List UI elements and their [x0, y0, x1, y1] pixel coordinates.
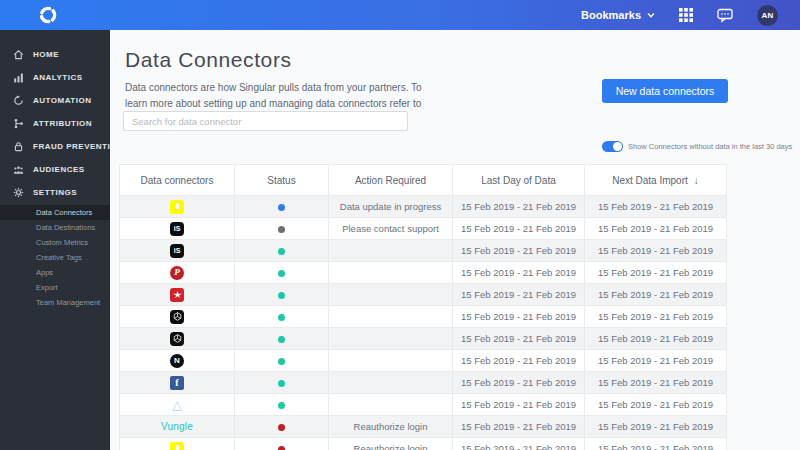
connector-logo-cell: N	[120, 350, 235, 372]
connector-logo-cell: iS	[120, 218, 235, 240]
column-header-last-day-of-data[interactable]: Last Day of Data	[453, 165, 585, 196]
sidebar-subitem-creative-tags[interactable]: Creative Tags	[0, 250, 110, 265]
status-cell	[235, 240, 329, 262]
sidebar-item-fraud-prevention[interactable]: FRAUD PREVENTION	[0, 135, 110, 158]
sidebar-item-automation[interactable]: AUTOMATION	[0, 89, 110, 112]
sidebar-item-attribution[interactable]: ATTRIBUTION	[0, 112, 110, 135]
chat-icon[interactable]	[717, 8, 733, 23]
connectors-table: Data connectorsStatusAction RequiredLast…	[119, 164, 726, 450]
action-required-cell	[329, 262, 453, 284]
action-required-cell	[329, 328, 453, 350]
bookmarks-menu[interactable]: Bookmarks	[581, 9, 655, 21]
connector-row-vungle[interactable]: VungleReauthorize login15 Feb 2019 - 21 …	[120, 416, 727, 438]
sidebar-subitem-export[interactable]: Export	[0, 280, 110, 295]
status-cell	[235, 394, 329, 416]
column-header-action-required[interactable]: Action Required	[329, 165, 453, 196]
connector-logo-cell	[120, 284, 235, 306]
next-data-import-cell: 15 Feb 2019 - 21 Feb 2019	[585, 416, 727, 438]
last-day-of-data-cell: 15 Feb 2019 - 21 Feb 2019	[453, 350, 585, 372]
ncircle-logo-icon: N	[170, 354, 184, 365]
connector-row-snapchat[interactable]: Data update in progress15 Feb 2019 - 21 …	[120, 196, 727, 218]
show-connectors-toggle[interactable]	[602, 141, 623, 152]
snapchat-logo-icon	[170, 442, 184, 450]
apps-grid-icon[interactable]	[679, 8, 693, 22]
avatar[interactable]: AN	[757, 5, 778, 26]
connector-logo-cell	[120, 438, 235, 450]
connector-logo-cell	[120, 306, 235, 328]
last-day-of-data-cell: 15 Feb 2019 - 21 Feb 2019	[453, 240, 585, 262]
status-dot-teal	[278, 380, 285, 387]
sidebar-subitem-custom-metrics[interactable]: Custom Metrics	[0, 235, 110, 250]
last-day-of-data-cell: 15 Feb 2019 - 21 Feb 2019	[453, 262, 585, 284]
connector-row-tapjoy[interactable]: 15 Feb 2019 - 21 Feb 201915 Feb 2019 - 2…	[120, 284, 727, 306]
connector-row-unity-ads[interactable]: 15 Feb 2019 - 21 Feb 201915 Feb 2019 - 2…	[120, 328, 727, 350]
status-dot-teal	[278, 336, 285, 343]
status-cell	[235, 350, 329, 372]
status-dot-teal	[278, 270, 285, 277]
avatar-initials: AN	[761, 11, 773, 20]
status-dot-blue	[278, 204, 285, 211]
sidebar-item-label: ANALYTICS	[33, 73, 83, 82]
audiences-icon	[13, 164, 24, 175]
status-cell	[235, 262, 329, 284]
column-header-data-connectors[interactable]: Data connectors	[120, 165, 235, 196]
sort-down-icon: ↓	[694, 175, 699, 186]
connector-row-unity-ads[interactable]: 15 Feb 2019 - 21 Feb 201915 Feb 2019 - 2…	[120, 306, 727, 328]
last-day-of-data-cell: 15 Feb 2019 - 21 Feb 2019	[453, 416, 585, 438]
connector-row-ironsource[interactable]: iS15 Feb 2019 - 21 Feb 201915 Feb 2019 -…	[120, 240, 727, 262]
sidebar-subitem-apps[interactable]: Apps	[0, 265, 110, 280]
sidebar-item-label: HOME	[33, 50, 59, 59]
automation-icon	[13, 95, 24, 106]
column-header-status[interactable]: Status	[235, 165, 329, 196]
next-data-import-cell: 15 Feb 2019 - 21 Feb 2019	[585, 372, 727, 394]
search-input[interactable]	[123, 111, 408, 131]
sidebar-subitem-data-connectors[interactable]: Data Connectors	[0, 205, 110, 220]
show-connectors-toggle-row: Show Connectors without data in the last…	[602, 141, 792, 152]
last-day-of-data-cell: 15 Feb 2019 - 21 Feb 2019	[453, 328, 585, 350]
page-title: Data Connectors	[125, 48, 292, 72]
unity-logo-icon	[170, 310, 184, 321]
column-header-label: Next Data Import	[612, 175, 688, 186]
next-data-import-cell: 15 Feb 2019 - 21 Feb 2019	[585, 284, 727, 306]
column-header-label: Status	[267, 175, 295, 186]
connector-logo-cell: △	[120, 394, 235, 416]
singular-logo-icon[interactable]	[37, 4, 59, 26]
connector-row-nend[interactable]: N15 Feb 2019 - 21 Feb 201915 Feb 2019 - …	[120, 350, 727, 372]
next-data-import-cell: 15 Feb 2019 - 21 Feb 2019	[585, 240, 727, 262]
column-header-next-data-import[interactable]: Next Data Import↓	[585, 165, 727, 196]
settings-icon	[13, 187, 24, 198]
column-header-label: Last Day of Data	[481, 175, 555, 186]
action-required-cell	[329, 372, 453, 394]
unity-logo-icon	[170, 332, 184, 343]
last-day-of-data-cell: 15 Feb 2019 - 21 Feb 2019	[453, 218, 585, 240]
sidebar-subitem-team-management[interactable]: Team Management	[0, 295, 110, 310]
sidebar-item-audiences[interactable]: AUDIENCES	[0, 158, 110, 181]
ironsource-logo-icon: iS	[170, 222, 184, 233]
connector-row-ironsource[interactable]: iSPlease contact support15 Feb 2019 - 21…	[120, 218, 727, 240]
sidebar-item-settings[interactable]: SETTINGS	[0, 181, 110, 204]
toggle-knob	[613, 142, 622, 151]
column-header-label: Data connectors	[141, 175, 214, 186]
sidebar-item-home[interactable]: HOME	[0, 43, 110, 66]
vungle-logo-icon: Vungle	[161, 420, 193, 434]
column-header-label: Action Required	[355, 175, 426, 186]
last-day-of-data-cell: 15 Feb 2019 - 21 Feb 2019	[453, 306, 585, 328]
connector-row-facebook[interactable]: f15 Feb 2019 - 21 Feb 201915 Feb 2019 - …	[120, 372, 727, 394]
action-required-cell	[329, 394, 453, 416]
status-dot-teal	[278, 358, 285, 365]
connector-row-snapchat[interactable]: Reauthorize login15 Feb 2019 - 21 Feb 20…	[120, 438, 727, 450]
connector-row-pinterest[interactable]: P15 Feb 2019 - 21 Feb 201915 Feb 2019 - …	[120, 262, 727, 284]
next-data-import-cell: 15 Feb 2019 - 21 Feb 2019	[585, 262, 727, 284]
tapjoy-logo-icon	[170, 288, 184, 299]
facebook-logo-icon: f	[170, 376, 184, 387]
settings-subitems: Data ConnectorsData DestinationsCustom M…	[0, 205, 110, 310]
bookmarks-label: Bookmarks	[581, 9, 641, 21]
next-data-import-cell: 15 Feb 2019 - 21 Feb 2019	[585, 306, 727, 328]
table-header-row: Data connectorsStatusAction RequiredLast…	[120, 165, 727, 196]
connector-row-applovin[interactable]: △15 Feb 2019 - 21 Feb 201915 Feb 2019 - …	[120, 394, 727, 416]
action-required-cell: Reauthorize login	[329, 416, 453, 438]
new-data-connectors-button[interactable]: New data connectors	[602, 79, 728, 103]
sidebar-item-analytics[interactable]: ANALYTICS	[0, 66, 110, 89]
sidebar-subitem-data-destinations[interactable]: Data Destinations	[0, 220, 110, 235]
last-day-of-data-cell: 15 Feb 2019 - 21 Feb 2019	[453, 196, 585, 218]
